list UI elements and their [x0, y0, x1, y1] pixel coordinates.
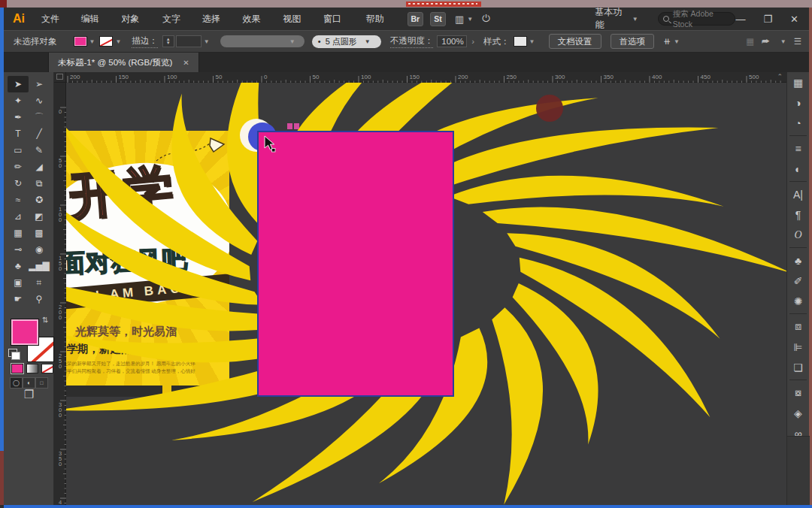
chevron-down-icon[interactable]: ▼	[529, 38, 535, 45]
default-fill-stroke-icon[interactable]	[8, 349, 17, 357]
magic-wand-tool[interactable]: ✦	[8, 92, 29, 109]
chevron-down-icon[interactable]: ▼	[115, 38, 121, 45]
gradient-tool[interactable]: ▩	[29, 225, 50, 241]
free-transform-tool[interactable]: ⧉	[29, 175, 50, 192]
stroke-color-swatch[interactable]	[99, 36, 113, 47]
panel-symbols[interactable]: ♣	[787, 250, 809, 271]
minimize-button[interactable]: —	[735, 14, 745, 25]
change-screen-mode-icon[interactable]: ❐	[4, 388, 54, 401]
panel-transparency[interactable]: ◐	[787, 159, 809, 179]
rectangle-tool[interactable]: ▭	[8, 142, 29, 159]
stroke-weight-field[interactable]	[176, 35, 201, 47]
panel-swatches[interactable]: ▦	[787, 72, 809, 92]
type-tool[interactable]: T	[8, 125, 29, 142]
panel-align[interactable]: ⊫	[787, 337, 809, 357]
panel-layers[interactable]: ◈	[787, 403, 809, 423]
artboard-tool[interactable]: ▣	[8, 274, 29, 291]
paintbrush-tool[interactable]: ✎	[29, 142, 50, 159]
chevron-down-icon[interactable]: ▼	[674, 38, 680, 45]
draw-behind-button[interactable]: ◐	[23, 377, 35, 389]
opacity-field[interactable]: 100%	[437, 35, 467, 47]
menu-item-3[interactable]: 文字(T)	[156, 8, 196, 30]
maximize-button[interactable]: ❐	[763, 14, 772, 25]
gradient-mode-button[interactable]	[26, 364, 38, 373]
selection-tool[interactable]: ➤	[8, 76, 29, 92]
panel-pathfinder[interactable]: ❏	[787, 357, 809, 377]
tab-close-icon[interactable]: ✕	[183, 59, 189, 67]
document-setup-button[interactable]: 文档设置	[549, 34, 601, 49]
opacity-label[interactable]: 不透明度：	[390, 35, 434, 48]
lasso-tool[interactable]: ∿	[29, 92, 50, 109]
arrange-documents-icon[interactable]: ▥	[455, 14, 464, 25]
eyedropper-tool[interactable]: ⊸	[8, 241, 29, 258]
perspective-selection-tool[interactable]: ◩	[29, 208, 50, 225]
line-segment-tool[interactable]: ╱	[29, 125, 50, 142]
menu-item-8[interactable]: 帮助(H)	[360, 8, 401, 30]
stock-button[interactable]: St	[430, 12, 446, 26]
draw-inside-button[interactable]: ◘	[35, 377, 48, 389]
align-glyph-icon[interactable]: ⧺	[663, 36, 671, 47]
horizontal-ruler[interactable]: 2001501005005010015020025030035040045050…	[66, 72, 786, 83]
draw-normal-button[interactable]: ◯	[10, 377, 23, 389]
ruler-origin-corner[interactable]	[54, 72, 66, 83]
panel-asset-export[interactable]: ⧇	[787, 383, 809, 403]
slice-tool[interactable]: ⌗	[29, 274, 50, 291]
menu-item-0[interactable]: 文件(F)	[35, 8, 75, 30]
menu-item-7[interactable]: 窗口(W)	[317, 8, 360, 30]
panel-opentype[interactable]: O	[787, 225, 809, 245]
chevron-down-icon[interactable]: ▼	[204, 38, 210, 45]
eraser-tool[interactable]: ◢	[29, 159, 50, 175]
canvas-area[interactable]: 开学 面对狂风吧 I AM BACK 光辉莫等，时光易溜 新学期，新起点，我们将…	[66, 83, 786, 505]
style-swatch[interactable]	[514, 36, 527, 47]
direct-selection-tool[interactable]: ➢	[29, 76, 50, 92]
color-mode-button[interactable]	[11, 364, 23, 373]
bridge-button[interactable]: Br	[408, 12, 423, 26]
stock-search-input[interactable]: 搜索 Adobe Stock	[658, 12, 736, 26]
column-graph-tool[interactable]: ▂▅▇	[29, 258, 50, 274]
mesh-tool[interactable]: ▦	[8, 225, 29, 241]
menu-item-4[interactable]: 选择(S)	[196, 8, 236, 30]
close-button[interactable]: ✕	[790, 14, 798, 25]
rotate-tool[interactable]: ↻	[8, 175, 29, 192]
panel-stroke[interactable]: ≡	[787, 138, 809, 159]
curvature-tool[interactable]: ⌒	[29, 109, 50, 125]
pink-rectangle-object[interactable]	[257, 131, 454, 397]
document-tab[interactable]: 未标题-1* @ 50% (RGB/预览) ✕	[48, 53, 199, 72]
scroll-up-icon[interactable]: ⌃	[777, 73, 783, 80]
width-tool[interactable]: ≈	[8, 192, 29, 208]
swap-fill-stroke-icon[interactable]: ⇄	[41, 316, 50, 322]
menu-list-icon[interactable]: ☰	[794, 36, 801, 47]
panel-appearance[interactable]: ✺	[787, 291, 809, 311]
none-mode-button[interactable]	[41, 364, 53, 373]
chevron-down-icon[interactable]: ▼	[467, 16, 473, 23]
variable-width-profile-dropdown[interactable]: • 5 点圆形 ▼	[312, 35, 381, 48]
vertical-ruler[interactable]: 050100150200250300350400	[54, 83, 66, 505]
pen-tool[interactable]: ✒	[8, 109, 29, 125]
fill-indicator[interactable]	[11, 319, 39, 346]
panel-brushes[interactable]: ✐	[787, 271, 809, 291]
menu-item-1[interactable]: 编辑(E)	[75, 8, 115, 30]
stroke-weight-label[interactable]: 描边：	[132, 35, 158, 48]
panel-transform[interactable]: ⧈	[787, 316, 809, 337]
perspective-grid-tool[interactable]: ⊿	[8, 208, 29, 225]
pencil-tool[interactable]: ✏	[8, 159, 29, 175]
menu-item-5[interactable]: 效果(C)	[236, 8, 277, 30]
blend-tool[interactable]: ◉	[29, 241, 50, 258]
zoom-tool[interactable]: ⚲	[29, 291, 50, 307]
stroke-weight-stepper[interactable]: ▲▼	[162, 35, 174, 47]
preferences-button[interactable]: 首选项	[611, 34, 655, 49]
brush-definition-dropdown[interactable]: ▼	[220, 35, 304, 47]
symbol-sprayer-tool[interactable]: ♣	[8, 258, 29, 274]
chevron-down-icon[interactable]: ▼	[89, 38, 95, 45]
panel-paragraph[interactable]: ¶	[787, 204, 809, 225]
chevron-down-icon[interactable]: ▼	[780, 38, 786, 45]
menu-item-6[interactable]: 视图(V)	[277, 8, 317, 30]
panel-color[interactable]: ◑	[787, 92, 809, 113]
menu-item-2[interactable]: 对象(O)	[115, 8, 156, 30]
share-icon[interactable]: ⏻	[482, 13, 489, 25]
panel-gradient[interactable]: ◔	[787, 113, 809, 133]
opacity-expand-icon[interactable]: ›	[471, 37, 474, 46]
fill-color-swatch[interactable]	[74, 36, 87, 47]
hand-tool[interactable]: ☛	[8, 291, 29, 307]
panel-dock-toggle-icon[interactable]: ⮫	[762, 37, 770, 47]
